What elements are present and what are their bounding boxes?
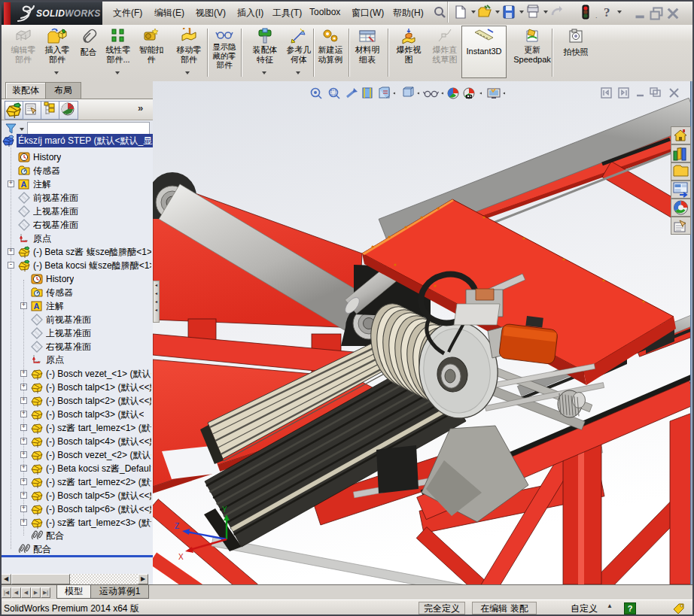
- svg-text:SOLIDWORKS: SOLIDWORKS: [36, 8, 101, 19]
- svg-text:Z: Z: [175, 522, 179, 530]
- svg-text:?: ?: [604, 5, 610, 20]
- svg-text:X: X: [178, 553, 184, 561]
- svg-text:Y: Y: [222, 505, 227, 514]
